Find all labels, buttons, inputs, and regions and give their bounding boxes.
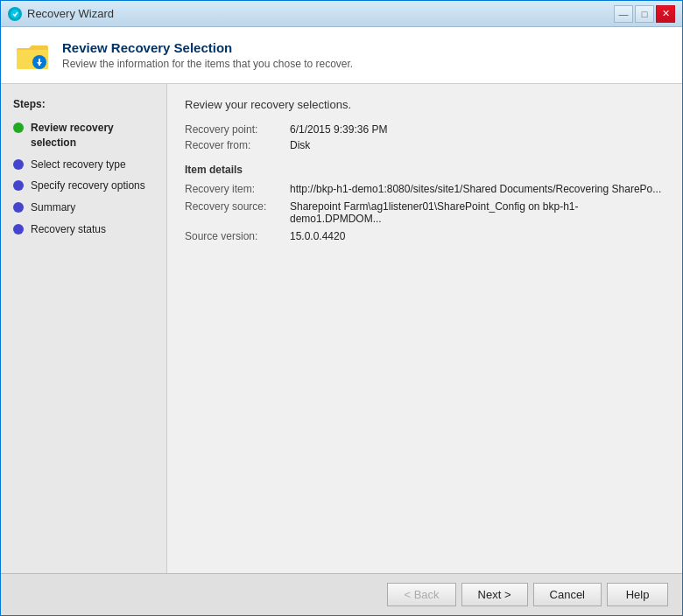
item-details: Recovery item: http://bkp-h1-demo1:8080/…: [185, 183, 665, 242]
sidebar-item-select-type[interactable]: Select recovery type: [1, 154, 166, 176]
recovery-wizard-window: Recovery Wizard — □ ✕ Review Recovery Se…: [0, 0, 683, 616]
recover-from-label: Recover from:: [185, 139, 290, 151]
recovery-item-value: http://bkp-h1-demo1:8080/sites/site1/Sha…: [290, 183, 661, 195]
minimize-button[interactable]: —: [614, 5, 633, 23]
next-button[interactable]: Next >: [461, 583, 528, 606]
maximize-button[interactable]: □: [635, 5, 654, 23]
header-subtitle: Review the information for the items tha…: [62, 58, 353, 70]
title-bar: Recovery Wizard — □ ✕: [1, 1, 682, 27]
step-dot-review: [13, 122, 24, 133]
recovery-point-row: Recovery point: 6/1/2015 9:39:36 PM: [185, 123, 665, 136]
header: Review Recovery Selection Review the inf…: [1, 27, 682, 84]
sidebar-item-status[interactable]: Recovery status: [1, 219, 166, 241]
sidebar-item-summary-label: Summary: [31, 200, 75, 215]
window-title: Recovery Wizard: [27, 7, 114, 20]
sidebar: Steps: Review recovery selection Select …: [1, 84, 167, 573]
cancel-button[interactable]: Cancel: [533, 583, 602, 606]
recover-from-value: Disk: [290, 139, 310, 151]
header-text: Review Recovery Selection Review the inf…: [62, 40, 353, 70]
source-version-row: Source version: 15.0.0.4420: [185, 230, 665, 242]
item-details-title: Item details: [185, 164, 665, 176]
sidebar-item-specify-options-label: Specify recovery options: [31, 178, 145, 193]
footer: < Back Next > Cancel Help: [1, 573, 682, 615]
sidebar-item-summary[interactable]: Summary: [1, 197, 166, 219]
sidebar-item-review-label: Review recovery selection: [31, 121, 154, 150]
content-panel: Review your recovery selections. Recover…: [167, 84, 682, 573]
step-dot-status: [13, 224, 24, 234]
recovery-point-label: Recovery point:: [185, 123, 290, 136]
sidebar-item-select-type-label: Select recovery type: [31, 158, 126, 172]
main-content: Steps: Review recovery selection Select …: [1, 84, 682, 573]
content-intro: Review your recovery selections.: [185, 98, 665, 111]
svg-point-0: [11, 10, 19, 18]
sidebar-item-status-label: Recovery status: [31, 222, 106, 237]
source-version-value: 15.0.0.4420: [290, 230, 345, 242]
recovery-source-row: Recovery source: Sharepoint Farm\ag1list…: [185, 200, 665, 225]
header-title: Review Recovery Selection: [62, 40, 353, 55]
step-dot-select-type: [13, 159, 24, 170]
steps-label: Steps:: [1, 94, 166, 117]
recovery-item-label: Recovery item:: [185, 183, 290, 195]
close-button[interactable]: ✕: [656, 5, 675, 23]
sidebar-item-specify-options[interactable]: Specify recovery options: [1, 175, 166, 197]
title-bar-left: Recovery Wizard: [8, 7, 114, 21]
recover-from-row: Recover from: Disk: [185, 139, 665, 151]
recovery-item-row: Recovery item: http://bkp-h1-demo1:8080/…: [185, 183, 665, 195]
recovery-point-value: 6/1/2015 9:39:36 PM: [290, 123, 387, 136]
header-icon: [15, 38, 50, 73]
app-icon: [8, 7, 22, 21]
help-button[interactable]: Help: [607, 583, 668, 606]
recovery-source-value: Sharepoint Farm\ag1listener01\SharePoint…: [290, 200, 665, 225]
back-button[interactable]: < Back: [387, 583, 455, 606]
sidebar-item-review[interactable]: Review recovery selection: [1, 117, 166, 154]
step-dot-specify-options: [13, 180, 24, 191]
source-version-label: Source version:: [185, 230, 290, 242]
recovery-source-label: Recovery source:: [185, 200, 290, 225]
step-dot-summary: [13, 202, 24, 213]
title-bar-controls: — □ ✕: [614, 5, 675, 23]
